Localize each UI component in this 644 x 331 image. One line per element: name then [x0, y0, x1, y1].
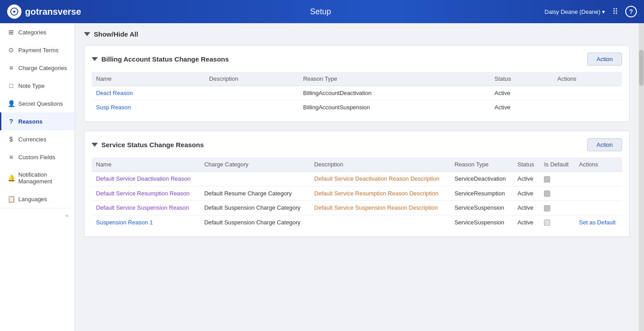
col-description: Description	[205, 72, 298, 86]
status-cell: Active	[490, 100, 553, 115]
col-status: Status	[490, 72, 553, 86]
layout: ⊞ Categories ⊙ Payment Terms ≡ Charge Ca…	[0, 23, 644, 331]
charge-category-cell: Default Resume Charge Category	[200, 186, 309, 201]
sidebar-item-categories[interactable]: ⊞ Categories	[0, 23, 75, 41]
reason-type-cell: BillingAccountDeactivation	[299, 86, 490, 100]
is-default-cell	[539, 215, 574, 229]
is-default-cell	[539, 172, 574, 186]
grid-icon[interactable]: ⠿	[612, 7, 618, 17]
is-default-cell	[539, 186, 574, 201]
desc-cell: Default Service Resumption Reason Descri…	[310, 186, 450, 201]
sidebar-item-label: Languages	[18, 196, 47, 203]
logo-text: gotransverse	[25, 7, 81, 17]
main-content: Show/Hide All Billing Account Status Cha…	[75, 23, 639, 331]
service-collapse-icon[interactable]	[92, 143, 98, 147]
name-cell[interactable]: Default Service Resumption Reason	[92, 186, 200, 201]
desc-cell	[205, 100, 298, 115]
name-cell[interactable]: Suspension Reason 1	[92, 215, 200, 229]
sidebar-item-secret-questions[interactable]: 👤 Secret Questions	[0, 95, 75, 112]
desc-cell	[205, 86, 298, 100]
col-actions: Actions	[553, 72, 622, 86]
sidebar-item-label: Notification Management	[18, 171, 68, 185]
user-menu[interactable]: Daisy Deane (Deane) ▾	[544, 8, 605, 15]
set-default-link[interactable]: Set as Default	[579, 219, 616, 226]
table-row: Susp Reason BillingAccountSuspension Act…	[92, 100, 622, 115]
service-action-button[interactable]: Action	[587, 138, 622, 151]
reason-type-cell: BillingAccountSuspension	[299, 100, 490, 115]
reason-type-cell: ServiceSuspension	[450, 201, 513, 215]
col-description: Description	[310, 157, 450, 172]
languages-icon: 📋	[8, 195, 15, 203]
sidebar-item-label: Categories	[18, 29, 46, 36]
desc-cell: Default Service Deactivation Reason Desc…	[310, 172, 450, 186]
charge-category-cell: Default Suspension Charge Category	[200, 201, 309, 215]
header: gotransverse Setup Daisy Deane (Deane) ▾…	[0, 0, 644, 23]
status-cell: Active	[513, 201, 539, 215]
name-cell[interactable]: Default Service Deactivation Reason	[92, 172, 200, 186]
sidebar-collapse-button[interactable]: «	[0, 208, 75, 223]
col-reason-type: Reason Type	[299, 72, 490, 86]
header-title: Setup	[96, 7, 544, 17]
sidebar-item-languages[interactable]: 📋 Languages	[0, 190, 75, 208]
secret-questions-icon: 👤	[8, 100, 15, 107]
sidebar-item-currencies[interactable]: $ Currencies	[0, 130, 75, 148]
is-default-checkbox[interactable]	[544, 190, 550, 197]
sidebar: ⊞ Categories ⊙ Payment Terms ≡ Charge Ca…	[0, 23, 75, 331]
sidebar-item-label: Charge Categories	[18, 65, 67, 71]
name-cell[interactable]: Deact Reason	[92, 86, 205, 100]
billing-collapse-icon[interactable]	[92, 57, 98, 61]
status-cell: Active	[513, 186, 539, 201]
col-status: Status	[513, 157, 539, 172]
desc-cell	[310, 215, 450, 229]
categories-icon: ⊞	[8, 29, 15, 36]
sidebar-item-note-type[interactable]: □ Note Type	[0, 77, 75, 95]
service-table: Name Charge Category Description Reason …	[92, 157, 622, 229]
actions-cell[interactable]	[575, 172, 622, 186]
charge-category-cell: Default Suspension Charge Category	[200, 215, 309, 229]
is-default-checkbox[interactable]	[544, 205, 550, 211]
name-cell[interactable]: Susp Reason	[92, 100, 205, 115]
reasons-icon: ?	[8, 118, 15, 125]
sidebar-item-custom-fields[interactable]: ≡ Custom Fields	[0, 148, 75, 166]
scrollbar-track[interactable]	[639, 23, 644, 331]
sidebar-item-label: Secret Questions	[18, 100, 63, 107]
actions-cell[interactable]	[575, 201, 622, 215]
sidebar-item-label: Payment Terms	[18, 47, 59, 54]
show-hide-arrow-icon	[84, 32, 90, 36]
scrollbar-thumb[interactable]	[639, 50, 644, 86]
actions-cell	[553, 86, 622, 100]
actions-cell	[553, 100, 622, 115]
sidebar-item-notification-management[interactable]: 🔔 Notification Management	[0, 166, 75, 190]
actions-cell[interactable]	[575, 186, 622, 201]
show-hide-all-toggle[interactable]: Show/Hide All	[84, 30, 630, 38]
sidebar-item-payment-terms[interactable]: ⊙ Payment Terms	[0, 41, 75, 59]
col-is-default: Is Default	[539, 157, 574, 172]
desc-cell: Default Service Suspension Reason Descri…	[310, 201, 450, 215]
is-default-checkbox[interactable]	[544, 176, 550, 182]
reason-type-cell: ServiceSuspension	[450, 215, 513, 229]
service-section: Service Status Change Reasons Action Nam…	[84, 131, 630, 237]
name-cell[interactable]: Default Service Suspension Reason	[92, 201, 200, 215]
service-section-title: Service Status Change Reasons	[92, 141, 204, 149]
sidebar-item-reasons[interactable]: ? Reasons	[0, 112, 75, 130]
help-button[interactable]: ?	[625, 6, 637, 17]
status-cell: Active	[513, 172, 539, 186]
custom-fields-icon: ≡	[8, 153, 15, 161]
billing-table-header-row: Name Description Reason Type Status Acti…	[92, 72, 622, 86]
table-row: Suspension Reason 1 Default Suspension C…	[92, 215, 622, 229]
service-section-header: Service Status Change Reasons Action	[92, 138, 622, 151]
sidebar-item-label: Custom Fields	[18, 154, 55, 161]
col-charge-category: Charge Category	[200, 157, 309, 172]
reason-type-cell: ServiceDeactivation	[450, 172, 513, 186]
billing-action-button[interactable]: Action	[587, 53, 622, 66]
actions-cell[interactable]: Set as Default	[575, 215, 622, 229]
sidebar-item-label: Currencies	[18, 136, 46, 143]
charge-category-cell	[200, 172, 309, 186]
billing-table: Name Description Reason Type Status Acti…	[92, 72, 622, 114]
is-default-checkbox[interactable]	[544, 219, 550, 226]
currencies-icon: $	[8, 136, 15, 143]
billing-section-title: Billing Account Status Change Reasons	[92, 55, 229, 63]
table-row: Default Service Suspension Reason Defaul…	[92, 201, 622, 215]
sidebar-item-charge-categories[interactable]: ≡ Charge Categories	[0, 59, 75, 77]
status-cell: Active	[490, 86, 553, 100]
